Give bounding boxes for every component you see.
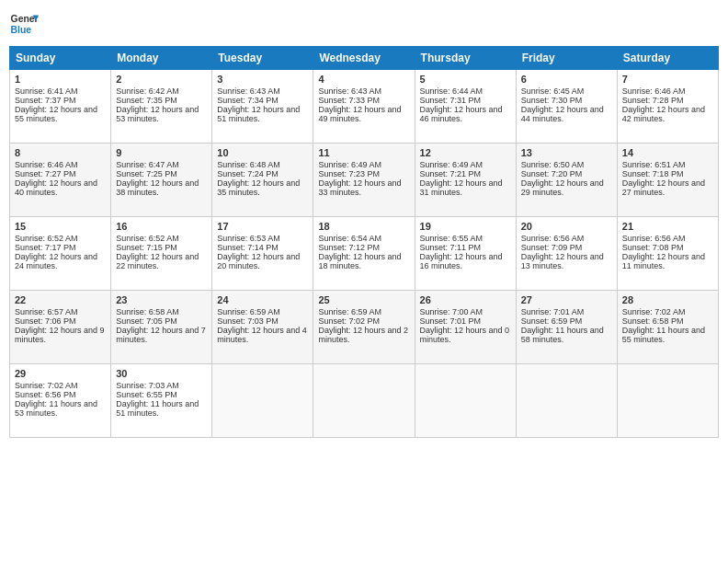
calendar-header: SundayMondayTuesdayWednesdayThursdayFrid… bbox=[10, 47, 719, 70]
logo: General Blue bbox=[9, 9, 39, 39]
sunset: Sunset: 7:31 PM bbox=[420, 96, 482, 105]
sunrise: Sunrise: 6:54 AM bbox=[318, 234, 381, 243]
daylight-label: Daylight: 12 hours and 9 minutes. bbox=[15, 326, 105, 344]
sunset: Sunset: 7:06 PM bbox=[15, 316, 76, 326]
day-cell: 4Sunrise: 6:43 AMSunset: 7:33 PMDaylight… bbox=[313, 70, 415, 144]
sunset: Sunset: 6:56 PM bbox=[15, 390, 76, 399]
day-cell: 24Sunrise: 6:59 AMSunset: 7:03 PMDayligh… bbox=[212, 291, 313, 364]
day-number: 29 bbox=[15, 368, 106, 379]
sunrise: Sunrise: 6:56 AM bbox=[521, 234, 585, 243]
day-number: 20 bbox=[521, 221, 612, 232]
week-row-3: 15Sunrise: 6:52 AMSunset: 7:17 PMDayligh… bbox=[10, 217, 719, 291]
daylight-label: Daylight: 11 hours and 55 minutes. bbox=[622, 326, 705, 344]
day-number: 12 bbox=[420, 147, 511, 158]
sunrise: Sunrise: 6:42 AM bbox=[116, 86, 179, 96]
daylight-label: Daylight: 12 hours and 44 minutes. bbox=[521, 105, 604, 123]
sunrise: Sunrise: 6:55 AM bbox=[420, 234, 483, 243]
daylight-label: Daylight: 12 hours and 7 minutes. bbox=[116, 326, 206, 344]
header-saturday: Saturday bbox=[617, 47, 718, 70]
day-number: 3 bbox=[217, 74, 308, 85]
sunrise: Sunrise: 6:53 AM bbox=[217, 234, 280, 243]
day-number: 14 bbox=[622, 147, 713, 158]
daylight-label: Daylight: 12 hours and 29 minutes. bbox=[521, 178, 604, 197]
day-cell bbox=[415, 364, 516, 438]
logo-icon: General Blue bbox=[9, 9, 39, 39]
day-number: 19 bbox=[420, 221, 511, 232]
day-number: 11 bbox=[318, 147, 409, 158]
sunset: Sunset: 6:58 PM bbox=[622, 316, 684, 326]
day-cell: 12Sunrise: 6:49 AMSunset: 7:21 PMDayligh… bbox=[415, 144, 516, 217]
day-number: 24 bbox=[217, 294, 308, 305]
day-cell: 14Sunrise: 6:51 AMSunset: 7:18 PMDayligh… bbox=[617, 144, 718, 217]
day-number: 27 bbox=[521, 294, 612, 305]
daylight-label: Daylight: 12 hours and 55 minutes. bbox=[15, 105, 97, 123]
day-cell bbox=[212, 364, 313, 438]
sunset: Sunset: 7:21 PM bbox=[420, 169, 482, 178]
day-number: 10 bbox=[217, 147, 308, 158]
day-number: 2 bbox=[116, 74, 207, 85]
sunrise: Sunrise: 6:49 AM bbox=[318, 160, 381, 169]
header-sunday: Sunday bbox=[10, 47, 111, 70]
sunset: Sunset: 7:03 PM bbox=[217, 316, 279, 326]
sunset: Sunset: 7:08 PM bbox=[622, 243, 684, 252]
day-cell: 8Sunrise: 6:46 AMSunset: 7:27 PMDaylight… bbox=[10, 144, 111, 217]
day-number: 15 bbox=[15, 221, 106, 232]
day-cell: 2Sunrise: 6:42 AMSunset: 7:35 PMDaylight… bbox=[111, 70, 212, 144]
day-number: 5 bbox=[420, 74, 511, 85]
day-cell: 18Sunrise: 6:54 AMSunset: 7:12 PMDayligh… bbox=[313, 217, 415, 291]
daylight-label: Daylight: 12 hours and 31 minutes. bbox=[420, 178, 503, 197]
sunset: Sunset: 7:20 PM bbox=[521, 169, 583, 178]
sunrise: Sunrise: 6:51 AM bbox=[622, 160, 686, 169]
sunrise: Sunrise: 6:59 AM bbox=[217, 307, 280, 316]
day-number: 4 bbox=[318, 74, 409, 85]
day-cell: 13Sunrise: 6:50 AMSunset: 7:20 PMDayligh… bbox=[516, 144, 617, 217]
daylight-label: Daylight: 12 hours and 11 minutes. bbox=[622, 252, 705, 270]
sunrise: Sunrise: 6:47 AM bbox=[116, 160, 179, 169]
day-cell: 5Sunrise: 6:44 AMSunset: 7:31 PMDaylight… bbox=[415, 70, 516, 144]
day-number: 23 bbox=[116, 294, 207, 305]
sunset: Sunset: 7:37 PM bbox=[15, 96, 76, 105]
sunset: Sunset: 7:14 PM bbox=[217, 243, 279, 252]
sunrise: Sunrise: 7:00 AM bbox=[420, 307, 483, 316]
week-row-4: 22Sunrise: 6:57 AMSunset: 7:06 PMDayligh… bbox=[10, 291, 719, 364]
day-number: 17 bbox=[217, 221, 308, 232]
sunset: Sunset: 7:35 PM bbox=[116, 96, 177, 105]
sunset: Sunset: 7:12 PM bbox=[318, 243, 380, 252]
day-cell: 30Sunrise: 7:03 AMSunset: 6:55 PMDayligh… bbox=[111, 364, 212, 438]
sunrise: Sunrise: 6:59 AM bbox=[318, 307, 381, 316]
sunset: Sunset: 7:34 PM bbox=[217, 96, 279, 105]
header-friday: Friday bbox=[516, 47, 617, 70]
sunrise: Sunrise: 6:58 AM bbox=[116, 307, 179, 316]
day-number: 6 bbox=[521, 74, 612, 85]
day-cell bbox=[617, 364, 718, 438]
daylight-label: Daylight: 12 hours and 22 minutes. bbox=[116, 252, 199, 270]
sunrise: Sunrise: 6:43 AM bbox=[318, 86, 381, 96]
day-cell: 28Sunrise: 7:02 AMSunset: 6:58 PMDayligh… bbox=[617, 291, 718, 364]
sunrise: Sunrise: 7:02 AM bbox=[622, 307, 686, 316]
day-cell: 11Sunrise: 6:49 AMSunset: 7:23 PMDayligh… bbox=[313, 144, 415, 217]
sunrise: Sunrise: 6:57 AM bbox=[15, 307, 78, 316]
daylight-label: Daylight: 12 hours and 53 minutes. bbox=[116, 105, 199, 123]
header-tuesday: Tuesday bbox=[212, 47, 313, 70]
sunset: Sunset: 7:02 PM bbox=[318, 316, 380, 326]
daylight-label: Daylight: 12 hours and 2 minutes. bbox=[318, 326, 408, 344]
day-number: 18 bbox=[318, 221, 409, 232]
day-cell: 17Sunrise: 6:53 AMSunset: 7:14 PMDayligh… bbox=[212, 217, 313, 291]
day-cell: 3Sunrise: 6:43 AMSunset: 7:34 PMDaylight… bbox=[212, 70, 313, 144]
daylight-label: Daylight: 12 hours and 18 minutes. bbox=[318, 252, 401, 270]
day-cell: 15Sunrise: 6:52 AMSunset: 7:17 PMDayligh… bbox=[10, 217, 111, 291]
day-number: 9 bbox=[116, 147, 207, 158]
sunset: Sunset: 6:55 PM bbox=[116, 390, 177, 399]
daylight-label: Daylight: 12 hours and 13 minutes. bbox=[521, 252, 604, 270]
daylight-label: Daylight: 12 hours and 27 minutes. bbox=[622, 178, 705, 197]
day-number: 8 bbox=[15, 147, 106, 158]
sunrise: Sunrise: 6:52 AM bbox=[15, 234, 78, 243]
daylight-label: Daylight: 12 hours and 49 minutes. bbox=[318, 105, 401, 123]
day-cell: 9Sunrise: 6:47 AMSunset: 7:25 PMDaylight… bbox=[111, 144, 212, 217]
sunrise: Sunrise: 6:46 AM bbox=[622, 86, 686, 96]
day-number: 28 bbox=[622, 294, 713, 305]
day-cell: 19Sunrise: 6:55 AMSunset: 7:11 PMDayligh… bbox=[415, 217, 516, 291]
sunset: Sunset: 7:09 PM bbox=[521, 243, 583, 252]
daylight-label: Daylight: 12 hours and 24 minutes. bbox=[15, 252, 97, 270]
week-row-2: 8Sunrise: 6:46 AMSunset: 7:27 PMDaylight… bbox=[10, 144, 719, 217]
